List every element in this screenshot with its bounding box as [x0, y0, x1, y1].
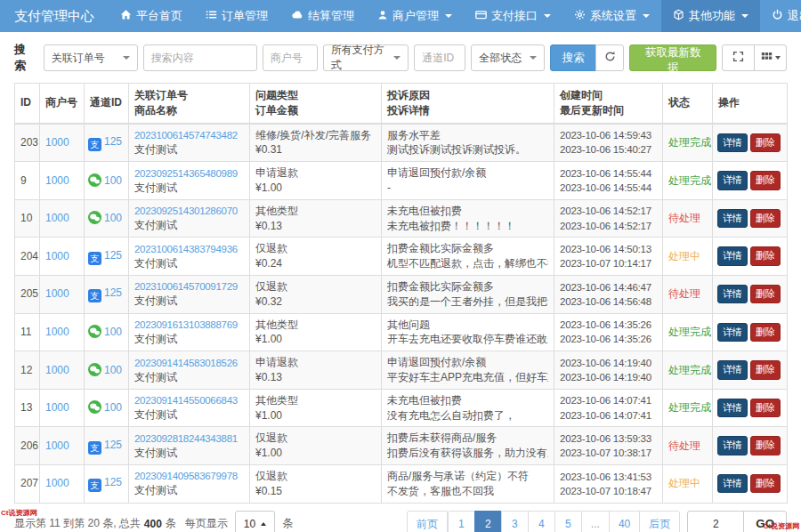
detail-button[interactable]: 详情: [717, 209, 748, 228]
merchant-link[interactable]: 1000: [45, 174, 69, 187]
merchant-link[interactable]: 1000: [45, 212, 69, 224]
complaint-detail: 开车去充电还要收取停车费谁还敢来这里充电: [387, 332, 548, 347]
power-icon: [772, 9, 783, 23]
cell-merchant: 1000: [40, 351, 85, 390]
next-page-button[interactable]: 后页: [639, 511, 680, 532]
order-number-link[interactable]: 2023091613103888769: [134, 318, 244, 332]
paytype-select[interactable]: 所有支付方式: [323, 44, 409, 71]
nav-item-merchants[interactable]: 商户管理: [366, 0, 464, 32]
merchant-link[interactable]: 1000: [45, 439, 69, 452]
merchant-link[interactable]: 1000: [45, 250, 69, 262]
cell-order: 2023091414583018526支付测试: [129, 351, 250, 390]
delete-button[interactable]: 删除: [750, 323, 781, 342]
page-button[interactable]: 40: [609, 511, 640, 532]
delete-button[interactable]: 删除: [750, 171, 781, 189]
order-number-link[interactable]: 2023092514365480989: [134, 166, 244, 181]
detail-button[interactable]: 详情: [717, 246, 748, 265]
channel-id-link[interactable]: 125: [104, 439, 122, 451]
detail-button[interactable]: 详情: [717, 323, 748, 342]
channel-id-link[interactable]: 125: [104, 249, 122, 262]
delete-button[interactable]: 删除: [750, 360, 781, 379]
complaint-detail: 测试投诉测试投诉测试投诉。: [387, 142, 548, 157]
merchant-link[interactable]: 1000: [45, 326, 69, 338]
channel-id-link[interactable]: 100: [104, 326, 122, 338]
channel-id-link[interactable]: 125: [104, 286, 122, 299]
perpage-select[interactable]: 10: [235, 511, 275, 532]
channel-id-link[interactable]: 100: [104, 364, 122, 376]
page-button[interactable]: 4: [528, 511, 555, 532]
nav-item-orders[interactable]: 订单管理: [194, 0, 279, 32]
order-number-link[interactable]: 2023100614383794936: [134, 242, 244, 256]
order-number-link[interactable]: 2023091414550066843: [134, 393, 244, 407]
page-button[interactable]: 2: [474, 511, 502, 532]
col-header-id: ID: [15, 84, 40, 124]
page-button[interactable]: 3: [501, 511, 529, 532]
columns-button[interactable]: [754, 44, 787, 71]
perpage-label: 每页显示: [185, 516, 228, 531]
cell-issue: 仅退款¥1.00: [250, 427, 382, 465]
pagination: 前页 12345...40 后页 GO: [407, 511, 787, 532]
complaint-reason: 商品/服务与承诺（约定）不符: [387, 469, 548, 484]
order-number-link[interactable]: 2023092514301286070: [134, 204, 244, 218]
prev-page-button[interactable]: 前页: [407, 511, 448, 532]
alipay-icon: 支: [88, 138, 101, 151]
delete-button[interactable]: 删除: [750, 133, 781, 152]
delete-button[interactable]: 删除: [750, 285, 781, 303]
channel-id-link[interactable]: 125: [104, 135, 122, 148]
channel-id-link[interactable]: 100: [104, 212, 122, 224]
nav-item-logout[interactable]: 退出登录: [760, 0, 801, 32]
updated-time: 2023-10-07 10:18:47: [560, 484, 657, 498]
order-number-link[interactable]: 2023091414583018526: [134, 356, 244, 370]
delete-button[interactable]: 删除: [750, 246, 781, 265]
delete-button[interactable]: 删除: [750, 474, 781, 493]
nav-item-pay-interface[interactable]: 支付接口: [464, 0, 562, 32]
detail-button[interactable]: 详情: [717, 360, 748, 379]
merchant-link[interactable]: 1000: [45, 401, 69, 414]
delete-button[interactable]: 删除: [750, 209, 781, 228]
detail-button[interactable]: 详情: [717, 171, 748, 189]
fullscreen-button[interactable]: [722, 44, 755, 71]
detail-button[interactable]: 详情: [717, 474, 748, 493]
wechat-icon: [88, 363, 101, 376]
detail-button[interactable]: 详情: [717, 436, 748, 455]
complaint-reason: 扣费金额比实际金额多: [387, 241, 548, 256]
product-name: 支付测试: [134, 332, 244, 347]
detail-button[interactable]: 详情: [717, 399, 748, 417]
page-jump-input[interactable]: [687, 511, 744, 532]
channel-id-link[interactable]: 100: [104, 401, 122, 414]
nav-item-settlement[interactable]: 结算管理: [279, 0, 366, 32]
search-input[interactable]: [143, 44, 257, 71]
nav-item-other-functions[interactable]: 其他功能: [661, 0, 760, 32]
table-row: 2051000支1252023100614570091729支付测试仅退款¥0.…: [15, 275, 788, 313]
order-number-link[interactable]: 2023092818244343881: [134, 431, 244, 446]
status-select[interactable]: 全部状态: [471, 44, 545, 71]
search-type-select[interactable]: 关联订单号: [44, 44, 138, 71]
delete-button[interactable]: 删除: [750, 399, 781, 417]
detail-button[interactable]: 详情: [717, 285, 748, 303]
updated-time: 2023-10-06 14:55:44: [560, 181, 657, 195]
channel-id-link[interactable]: 100: [104, 174, 122, 187]
order-number-link[interactable]: 2023100614574743482: [134, 128, 244, 142]
issue-type: 其他类型: [255, 318, 376, 333]
channel-id-link[interactable]: 125: [104, 476, 122, 488]
merchant-link[interactable]: 1000: [45, 477, 69, 489]
nav-item-home[interactable]: 平台首页: [109, 0, 194, 32]
refresh-button[interactable]: [595, 44, 624, 71]
order-number-link[interactable]: 2023091409583679978: [134, 469, 244, 483]
detail-button[interactable]: 详情: [717, 133, 748, 152]
merchant-input[interactable]: [263, 44, 318, 71]
fetch-latest-button[interactable]: 获取最新数据: [629, 44, 716, 71]
delete-button[interactable]: 删除: [750, 436, 781, 455]
page-button[interactable]: 5: [554, 511, 582, 532]
merchant-link[interactable]: 1000: [45, 364, 69, 376]
status-text: 处理中: [668, 477, 700, 489]
merchant-link[interactable]: 1000: [45, 136, 69, 149]
nav-item-system-settings[interactable]: 系统设置: [562, 0, 661, 32]
cell-reason: 扣费金额比实际金额多我买的是一个王者外挂，但是我把卡没登上去，...: [382, 275, 554, 313]
channel-id-input[interactable]: [414, 44, 465, 71]
order-number-link[interactable]: 2023100614570091729: [134, 279, 244, 294]
page-button[interactable]: 1: [448, 511, 475, 532]
cell-time: 2023-10-06 13:59:332023-10-07 10:38:17: [554, 427, 663, 465]
merchant-link[interactable]: 1000: [45, 287, 69, 300]
search-button[interactable]: 搜索: [550, 44, 596, 71]
